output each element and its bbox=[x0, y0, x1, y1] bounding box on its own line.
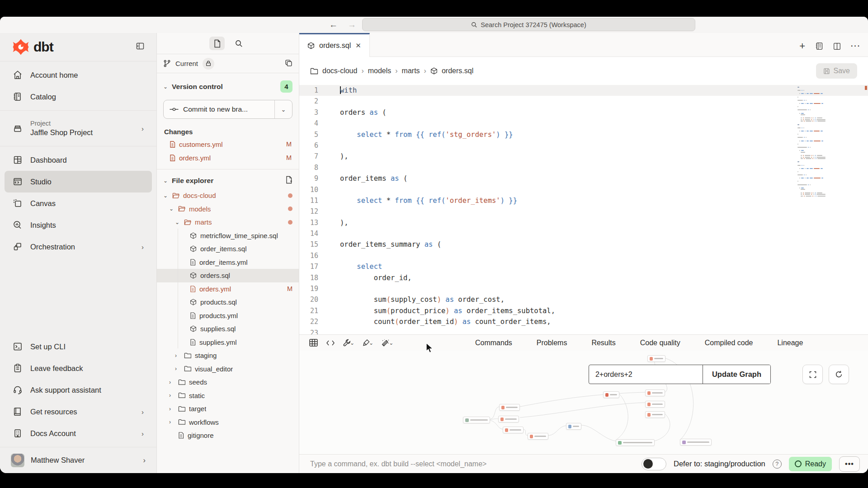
breadcrumb-item[interactable]: docs-cloud bbox=[322, 67, 357, 75]
build-tools-button[interactable]: ⌄ bbox=[343, 339, 354, 347]
defer-toggle[interactable] bbox=[642, 458, 666, 470]
tree-folder-models[interactable]: ⌄models bbox=[157, 202, 299, 216]
tree-folder-staging[interactable]: ›staging bbox=[157, 349, 299, 362]
tree-file-supplies-yml[interactable]: supplies.yml bbox=[157, 336, 299, 349]
tree-file-orders-yml[interactable]: orders.ymlM bbox=[157, 282, 299, 296]
code-line-9[interactable]: 9order_items as ( bbox=[299, 173, 868, 184]
sidebar-item-insights[interactable]: Insights bbox=[5, 214, 152, 236]
lineage-node[interactable] bbox=[499, 404, 520, 411]
code-line-19[interactable]: 19 bbox=[299, 283, 868, 294]
lineage-node[interactable] bbox=[528, 433, 548, 440]
tree-file-products-sql[interactable]: products.sql bbox=[157, 296, 299, 309]
code-icon[interactable] bbox=[326, 340, 335, 346]
table-icon[interactable] bbox=[309, 339, 318, 347]
code-line-5[interactable]: 5 select * from {{ ref('stg_orders') }} bbox=[299, 129, 868, 140]
chevron-down-icon[interactable]: ⌄ bbox=[163, 84, 168, 90]
copy-icon[interactable] bbox=[285, 59, 292, 68]
ai-assist-button[interactable]: ⌄ bbox=[382, 339, 393, 347]
update-graph-button[interactable]: Update Graph bbox=[703, 365, 770, 384]
lineage-node[interactable] bbox=[645, 401, 665, 408]
changed-file-customers-yml[interactable]: customers.ymlM bbox=[157, 137, 299, 151]
code-editor[interactable]: 1with23orders as (45 select * from {{ re… bbox=[299, 85, 868, 334]
minimap[interactable] bbox=[797, 87, 826, 199]
code-line-8[interactable]: 8 bbox=[299, 162, 868, 173]
lineage-selector-input[interactable]: 2+orders+2 bbox=[589, 365, 703, 384]
sidebar-item-jaffle-shop-project[interactable]: ProjectJaffle Shop Project› bbox=[5, 113, 152, 143]
code-line-12[interactable]: 12 bbox=[299, 206, 868, 217]
panel-tab-commands[interactable]: Commands bbox=[463, 335, 524, 351]
notebook-icon[interactable] bbox=[815, 42, 823, 50]
sidebar-item-get-resources[interactable]: Get resources› bbox=[5, 401, 152, 422]
tree-folder-static[interactable]: ›static bbox=[157, 389, 299, 403]
panel-tab-code-quality[interactable]: Code quality bbox=[628, 335, 693, 351]
sidebar-item-dashboard[interactable]: Dashboard bbox=[5, 149, 152, 171]
code-line-21[interactable]: 21 sum(product_price) as order_items_sub… bbox=[299, 305, 868, 316]
lineage-node[interactable] bbox=[498, 416, 519, 422]
code-line-20[interactable]: 20 sum(supply_cost) as order_cost, bbox=[299, 294, 868, 305]
collapse-sidebar-icon[interactable] bbox=[136, 42, 145, 52]
sidebar-item-docs-account[interactable]: Docs Account› bbox=[5, 422, 152, 444]
tree-file-metricflow-time-spine-sql[interactable]: metricflow_time_spine.sql bbox=[157, 229, 299, 243]
lineage-node[interactable] bbox=[647, 355, 665, 362]
project-search-input[interactable]: Search Project 372475 (Workspace) bbox=[362, 18, 695, 31]
sidebar-item-catalog[interactable]: Catalog bbox=[5, 86, 152, 108]
version-control-title[interactable]: Version control bbox=[172, 83, 223, 91]
format-button[interactable]: ⌄ bbox=[363, 339, 373, 347]
lineage-node[interactable] bbox=[603, 391, 619, 398]
lineage-node[interactable] bbox=[645, 411, 665, 418]
file-explorer-title[interactable]: File explorer bbox=[172, 177, 213, 185]
command-input[interactable]: Type a command, ex. dbt build --select <… bbox=[310, 460, 634, 468]
tree-file-gitignore[interactable]: gitignore bbox=[157, 429, 299, 442]
new-tab-icon[interactable]: + bbox=[799, 40, 805, 52]
code-line-3[interactable]: 3orders as ( bbox=[299, 107, 868, 118]
tree-folder-docs-cloud[interactable]: ⌄docs-cloud bbox=[157, 189, 299, 202]
code-line-13[interactable]: 13), bbox=[299, 217, 868, 228]
code-line-18[interactable]: 18 order_id, bbox=[299, 272, 868, 283]
panel-tab-problems[interactable]: Problems bbox=[524, 335, 580, 351]
code-line-2[interactable]: 2 bbox=[299, 96, 868, 107]
tree-folder-visual-editor[interactable]: ›visual_editor bbox=[157, 362, 299, 376]
more-options-icon[interactable]: ··· bbox=[851, 42, 861, 50]
tree-file-orders-sql[interactable]: orders.sql bbox=[157, 269, 299, 282]
forward-button[interactable]: → bbox=[348, 20, 356, 30]
user-menu[interactable]: Matthew Shaver › bbox=[0, 447, 156, 473]
sidebar-item-account-home[interactable]: Account home bbox=[5, 64, 152, 86]
code-line-4[interactable]: 4 bbox=[299, 118, 868, 129]
commit-dropdown-button[interactable]: ⌄ bbox=[275, 100, 292, 118]
breadcrumb-item[interactable]: orders.sql bbox=[442, 67, 473, 75]
code-line-10[interactable]: 10 bbox=[299, 184, 868, 195]
lineage-node[interactable] bbox=[503, 427, 524, 433]
code-line-7[interactable]: 7), bbox=[299, 151, 868, 162]
tree-folder-target[interactable]: ›target bbox=[157, 402, 299, 416]
lineage-node[interactable] bbox=[463, 417, 490, 423]
tree-file-supplies-sql[interactable]: supplies.sql bbox=[157, 322, 299, 336]
sidebar-item-leave-feedback[interactable]: Leave feedback bbox=[5, 357, 152, 379]
sidebar-item-orchestration[interactable]: Orchestration› bbox=[5, 236, 152, 258]
lineage-node[interactable] bbox=[680, 439, 712, 446]
code-line-15[interactable]: 15order_items_summary as ( bbox=[299, 239, 868, 250]
breadcrumb-item[interactable]: marts bbox=[402, 67, 420, 75]
code-line-16[interactable]: 16 bbox=[299, 250, 868, 261]
panel-tab-results[interactable]: Results bbox=[579, 335, 627, 351]
commit-button[interactable]: Commit to new bra... bbox=[164, 100, 275, 118]
code-line-6[interactable]: 6 bbox=[299, 140, 868, 151]
files-view-button[interactable] bbox=[209, 37, 225, 50]
code-line-11[interactable]: 11 select * from {{ ref('order_items') }… bbox=[299, 195, 868, 206]
tree-folder-workflows[interactable]: ›workflows bbox=[157, 416, 299, 429]
lineage-node[interactable] bbox=[566, 423, 581, 430]
tab-orders-sql[interactable]: orders.sql ✕ bbox=[299, 33, 370, 57]
help-icon[interactable]: ? bbox=[773, 460, 782, 469]
code-line-14[interactable]: 14 bbox=[299, 228, 868, 239]
code-line-22[interactable]: 22 count(order_item_id) as count_order_i… bbox=[299, 316, 868, 327]
refresh-button[interactable] bbox=[829, 365, 849, 384]
panel-tab-compiled-code[interactable]: Compiled code bbox=[693, 335, 765, 351]
more-actions-button[interactable]: ••• bbox=[839, 456, 860, 472]
breadcrumb-item[interactable]: models bbox=[368, 67, 392, 75]
search-files-button[interactable] bbox=[231, 37, 246, 50]
changed-file-orders-yml[interactable]: orders.ymlM bbox=[157, 151, 299, 164]
chevron-down-icon[interactable]: ⌄ bbox=[163, 178, 168, 184]
tree-file-order-items-yml[interactable]: order_items.yml bbox=[157, 256, 299, 269]
lineage-node[interactable] bbox=[616, 439, 655, 446]
tree-folder-seeds[interactable]: ›seeds bbox=[157, 375, 299, 389]
tree-file-products-yml[interactable]: products.yml bbox=[157, 309, 299, 323]
